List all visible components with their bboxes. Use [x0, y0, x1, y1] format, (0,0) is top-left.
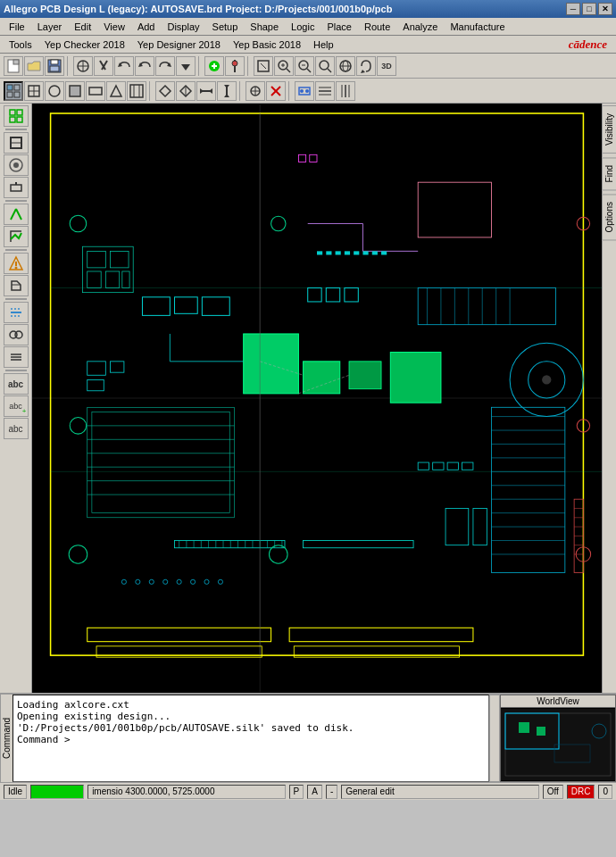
menu-bar-2: Tools Yep Checker 2018 Yep Designer 2018… — [0, 36, 616, 54]
lt-btn-4[interactable] — [4, 177, 29, 198]
tb2-2[interactable] — [24, 81, 44, 101]
tb-zoom-out[interactable] — [295, 56, 314, 76]
tb2-12[interactable] — [246, 81, 265, 101]
menu-route[interactable]: Route — [359, 20, 395, 34]
options-tab[interactable]: Options — [602, 194, 616, 240]
svg-marker-55 — [224, 85, 229, 88]
svg-line-81 — [11, 209, 16, 220]
lt-btn-8[interactable] — [4, 275, 29, 296]
console-area[interactable]: Loading axlcore.cxt Opening existing des… — [12, 695, 489, 782]
tb-new[interactable] — [4, 56, 23, 76]
menu-layer[interactable]: Layer — [32, 20, 68, 34]
lt-btn-abc[interactable]: abc — [4, 373, 29, 395]
status-mode2: A — [307, 785, 322, 799]
lt-btn-6[interactable] — [4, 226, 29, 247]
menu-manufacture[interactable]: Manufacture — [445, 20, 510, 34]
tb-zoom-world[interactable] — [336, 56, 355, 76]
tb-undo1[interactable] — [114, 56, 134, 76]
console-scrollbar[interactable] — [489, 695, 500, 782]
tb2-11[interactable] — [217, 81, 237, 101]
tb2-13[interactable] — [266, 81, 286, 101]
lt-btn-2[interactable] — [4, 132, 29, 154]
menu-add[interactable]: Add — [132, 20, 161, 34]
tb-redraw[interactable] — [356, 56, 376, 76]
tb2-4[interactable] — [65, 81, 85, 101]
menu-yep-designer[interactable]: Yep Designer 2018 — [132, 37, 226, 52]
svg-rect-42 — [70, 86, 80, 96]
tb-zoom-prev[interactable] — [315, 56, 335, 76]
worldview-label: WorldView — [501, 695, 615, 708]
svg-rect-190 — [336, 251, 341, 254]
tb2-7[interactable] — [127, 81, 146, 101]
worldview-canvas[interactable] — [501, 708, 615, 781]
tb-down[interactable] — [176, 56, 196, 76]
pcb-canvas-area[interactable]: 0 : 0 : 0 0 : 0 0 : 0 : 0 0 : 0 — [32, 104, 602, 693]
tb2-10[interactable] — [196, 81, 216, 101]
menu-edit[interactable]: Edit — [69, 20, 96, 34]
pcb-canvas[interactable]: 0 : 0 : 0 0 : 0 0 : 0 : 0 0 : 0 — [32, 104, 602, 693]
visibility-tab[interactable]: Visibility — [602, 105, 616, 154]
svg-marker-44 — [111, 86, 121, 96]
tb-pin[interactable] — [225, 56, 245, 76]
tb-zoom-fit[interactable] — [254, 56, 273, 76]
lt-btn-10[interactable] — [4, 324, 29, 345]
menu-logic[interactable]: Logic — [286, 20, 320, 34]
command-label: Command — [0, 695, 12, 782]
lt-btn-9[interactable] — [4, 302, 29, 323]
menu-analyze[interactable]: Analyze — [397, 20, 443, 34]
menu-setup[interactable]: Setup — [207, 20, 244, 34]
lt-btn-abc3[interactable]: abc — [4, 418, 29, 439]
tb-snap[interactable] — [73, 56, 93, 76]
tb2-9[interactable] — [176, 81, 196, 101]
lt-sep-2 — [5, 200, 27, 202]
tb2-5[interactable] — [86, 81, 105, 101]
tb-sep-1 — [67, 56, 71, 76]
tb-open[interactable] — [24, 56, 44, 76]
menu-yep-checker[interactable]: Yep Checker 2018 — [39, 37, 130, 52]
tb2-6[interactable] — [106, 81, 126, 101]
menu-place[interactable]: Place — [321, 20, 357, 34]
menu-bar-1: File Layer Edit View Add Display Setup S… — [0, 18, 616, 36]
lt-btn-5[interactable] — [4, 204, 29, 225]
tb-rat[interactable] — [204, 56, 224, 76]
tb-cut[interactable] — [94, 56, 113, 76]
console-line-3: 'D:/Projects/001/001b0p/pcb/AUTOSAVE.sil… — [17, 722, 485, 734]
tb2-16[interactable] — [336, 81, 355, 101]
svg-rect-188 — [317, 251, 322, 254]
lt-btn-abc2[interactable]: abc + — [4, 395, 29, 417]
tb-redo[interactable] — [155, 56, 175, 76]
minimize-button[interactable]: ─ — [566, 3, 580, 15]
status-bar: Idle imensio 4300.0000, 5725.0000 P A - … — [0, 782, 616, 800]
menu-tools[interactable]: Tools — [4, 37, 37, 52]
menu-shape[interactable]: Shape — [245, 20, 284, 34]
lt-btn-3[interactable] — [4, 154, 29, 176]
toolbar-row-1: 3D — [0, 54, 616, 79]
svg-line-20 — [261, 63, 266, 69]
svg-rect-166 — [304, 362, 340, 394]
tb-zoom-in[interactable] — [274, 56, 294, 76]
close-button[interactable]: ✕ — [598, 3, 612, 15]
status-off: Off — [543, 785, 563, 799]
toolbar-row-2 — [0, 79, 616, 104]
menu-help[interactable]: Help — [308, 37, 339, 52]
tb-save[interactable] — [45, 56, 64, 76]
tb2-14[interactable] — [295, 81, 314, 101]
svg-line-82 — [16, 209, 21, 220]
tb2-8[interactable] — [155, 81, 175, 101]
menu-view[interactable]: View — [98, 20, 130, 34]
tb2-3[interactable] — [45, 81, 64, 101]
tb2-15[interactable] — [315, 81, 335, 101]
menu-display[interactable]: Display — [162, 20, 204, 34]
menu-file[interactable]: File — [4, 20, 30, 34]
tb2-1[interactable] — [4, 81, 23, 101]
tb-undo2[interactable] — [135, 56, 154, 76]
tb-3d[interactable]: 3D — [377, 56, 396, 76]
maximize-button[interactable]: □ — [582, 3, 596, 15]
console-line-4: Command > — [17, 734, 485, 745]
menu-yep-basic[interactable]: Yep Basic 2018 — [228, 37, 306, 52]
bottom-area: Command Loading axlcore.cxt Opening exis… — [0, 693, 616, 782]
lt-btn-1[interactable] — [4, 105, 29, 127]
find-tab[interactable]: Find — [602, 157, 616, 190]
lt-btn-11[interactable] — [4, 346, 29, 368]
lt-btn-7[interactable] — [4, 253, 29, 274]
